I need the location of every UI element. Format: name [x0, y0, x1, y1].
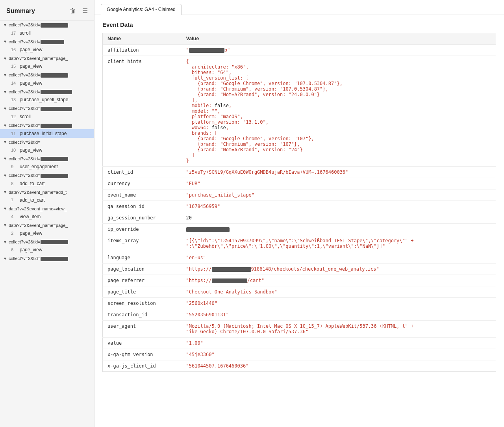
- trash-button[interactable]: 🗑: [68, 6, 78, 15]
- chevron-down-icon: ▼: [3, 173, 7, 178]
- table-row: transaction_id "5520356901131": [103, 309, 496, 321]
- sidebar-group: ▼ collect?v=2&tid= 16 page_view: [0, 37, 94, 54]
- sidebar-group-header[interactable]: ▼ collect?v=2&tid=: [0, 104, 94, 112]
- table-row: ga_session_id "1678456959": [103, 201, 496, 212]
- table-row: ip_override: [103, 224, 496, 235]
- sidebar-group-header[interactable]: ▼ data?v=2&event_name=page_: [0, 54, 94, 62]
- sidebar-title: Summary: [6, 7, 35, 15]
- sidebar-group-header[interactable]: ▼ data?v=2&event_name=view_: [0, 204, 94, 212]
- row-name: user_agent: [103, 321, 182, 338]
- row-value: "purchase_initial_stape": [182, 189, 496, 201]
- tab-bar: Google Analytics: GA4 - Claimed: [94, 0, 504, 15]
- row-value: "561044507.1676460036": [182, 360, 496, 372]
- chevron-down-icon: ▼: [3, 240, 7, 244]
- sidebar-group: ▼ collect?v=2&tid= 9 user_engagement: [0, 154, 94, 171]
- row-name: ga_session_id: [103, 201, 182, 212]
- chevron-down-icon: ▼: [3, 106, 7, 111]
- sidebar-group-header[interactable]: ▼ collect?v=2&tid=: [0, 154, 94, 163]
- row-value: "[{\"id\":\"13541570937099\",\"name\":\"…: [182, 235, 496, 252]
- group-url: collect?v=2&tid=: [9, 256, 68, 261]
- sidebar-group: ▼ collect?v=2&tid= 13 purchase_upsell_st…: [0, 87, 94, 104]
- sidebar-group: ▼ data?v=2&event_name=add_t 7 add_to_car…: [0, 188, 94, 204]
- col-name: Name: [103, 33, 182, 45]
- sidebar-item[interactable]: 14 page_view: [0, 79, 94, 87]
- chevron-down-icon: ▼: [3, 223, 7, 227]
- group-url: collect?v=2&tid=: [9, 156, 68, 162]
- sidebar-item[interactable]: 16 page_view: [0, 45, 94, 54]
- table-row: currency "EUR": [103, 178, 496, 189]
- row-name: affiliation: [103, 45, 182, 56]
- sidebar-group-header[interactable]: ▼ collect?v=2&tid=: [0, 20, 94, 29]
- sidebar-item-active[interactable]: 11 purchase_initial_stape: [0, 129, 94, 138]
- row-name: page_referrer: [103, 275, 182, 286]
- table-row: client_id "z5vuTy+SGNL9/GqXXuE0WOrgGMDB4…: [103, 167, 496, 178]
- row-name: x-ga-gtm_version: [103, 349, 182, 360]
- row-value: "45je3360": [182, 349, 496, 360]
- sidebar-group-header[interactable]: ▼ collect?v=2&tid=: [0, 254, 94, 262]
- row-name: x-ga-js_client_id: [103, 360, 182, 372]
- chevron-down-icon: ▼: [3, 73, 7, 77]
- chevron-down-icon: ▼: [3, 156, 7, 161]
- row-value: [182, 224, 496, 235]
- table-row: language "en-us": [103, 252, 496, 264]
- group-url: collect?v=2&tid=: [9, 123, 72, 128]
- group-url: collect?v=2&tid=: [9, 72, 68, 78]
- table-row: event_name "purchase_initial_stape": [103, 189, 496, 201]
- sidebar-group-header[interactable]: ▼ collect?v=2&tid=: [0, 121, 94, 129]
- row-name: value: [103, 338, 182, 349]
- sidebar-item[interactable]: 10 page_view: [0, 146, 94, 154]
- sidebar-group-header[interactable]: ▼ collect?v=2&tid=: [0, 87, 94, 96]
- sidebar-group: ▼ collect?v=2&tid= 17 scroll: [0, 20, 94, 37]
- sidebar-group: ▼ collect?v=2&tid= 12 scroll: [0, 104, 94, 121]
- row-value: 20: [182, 212, 496, 224]
- sidebar-group: ▼ collect?v=2&tid= 10 page_view: [0, 138, 94, 154]
- sidebar-item[interactable]: 12 scroll: [0, 112, 94, 121]
- sidebar-item[interactable]: 6 page_view: [0, 245, 94, 254]
- row-value: "1.00": [182, 338, 496, 349]
- sidebar-group-header[interactable]: ▼ collect?v=2&tid=: [0, 138, 94, 146]
- table-row: items_array "[{\"id\":\"13541570937099\"…: [103, 235, 496, 252]
- group-url: data?v=2&event_name=page_: [9, 56, 68, 61]
- event-data-title: Event Data: [102, 21, 496, 28]
- table-row: page_location "https://9186148/checkouts…: [103, 264, 496, 275]
- chevron-down-icon: ▼: [3, 39, 7, 44]
- sidebar-item[interactable]: 15 page_view: [0, 62, 94, 71]
- sidebar-item[interactable]: 8 add_to_cart: [0, 179, 94, 188]
- menu-button[interactable]: ☰: [81, 6, 89, 15]
- tab-ga4-claimed[interactable]: Google Analytics: GA4 - Claimed: [101, 4, 182, 15]
- sidebar-item[interactable]: 9 user_engagement: [0, 162, 94, 171]
- sidebar-item[interactable]: 7 add_to_cart: [0, 196, 94, 204]
- table-row: page_referrer "https:///cart": [103, 275, 496, 286]
- sidebar-item[interactable]: 17 scroll: [0, 29, 94, 37]
- sidebar-item[interactable]: 4 view_item: [0, 212, 94, 221]
- group-url: collect?v=2&tid=: [9, 39, 64, 45]
- sidebar-group: ▼ collect?v=2&tid= 11 purchase_initial_s…: [0, 121, 94, 138]
- sidebar-item[interactable]: 13 purchase_upsell_stape: [0, 95, 94, 104]
- chevron-down-icon: ▼: [3, 90, 7, 94]
- row-name: screen_resolution: [103, 298, 182, 309]
- row-value: "1678456959": [182, 201, 496, 212]
- sidebar-group-header[interactable]: ▼ collect?v=2&tid=: [0, 37, 94, 46]
- table-row: value "1.00": [103, 338, 496, 349]
- table-header-row: Name Value: [103, 33, 496, 45]
- row-name: language: [103, 252, 182, 264]
- sidebar-group-header[interactable]: ▼ collect?v=2&tid=: [0, 171, 94, 179]
- group-url: collect?v=2&tid=: [9, 239, 68, 245]
- row-value: "https:///cart": [182, 275, 496, 286]
- group-url: collect?v=2&tid=: [9, 89, 72, 95]
- row-value: "2560x1440": [182, 298, 496, 309]
- sidebar-group: ▼ collect?v=2&tid= 8 add_to_cart: [0, 171, 94, 188]
- row-name: ga_session_number: [103, 212, 182, 224]
- main-content: Google Analytics: GA4 - Claimed Event Da…: [94, 0, 504, 427]
- sidebar-item[interactable]: 2 page_view: [0, 229, 94, 238]
- sidebar-group: ▼ collect?v=2&tid= 6 page_view: [0, 238, 94, 254]
- sidebar-group-header[interactable]: ▼ data?v=2&event_name=page_: [0, 221, 94, 229]
- table-row: ga_session_number 20: [103, 212, 496, 224]
- group-url: collect?v=2&tid=: [9, 106, 72, 111]
- row-name: ip_override: [103, 224, 182, 235]
- sidebar-group-header[interactable]: ▼ data?v=2&event_name=add_t: [0, 188, 94, 196]
- sidebar-header: Summary 🗑 ☰: [0, 0, 94, 20]
- row-value: "5520356901131": [182, 309, 496, 321]
- sidebar-group-header[interactable]: ▼ collect?v=2&tid=: [0, 238, 94, 246]
- sidebar-group-header[interactable]: ▼ collect?v=2&tid=: [0, 71, 94, 79]
